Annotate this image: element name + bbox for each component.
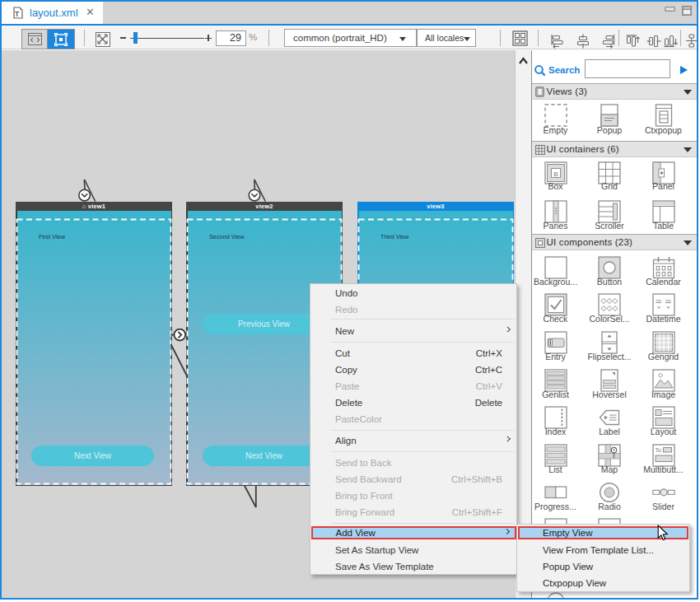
svg-text:T: T	[15, 10, 20, 18]
svg-text:To:: To:	[655, 447, 662, 453]
svg-text:B: B	[553, 170, 558, 178]
